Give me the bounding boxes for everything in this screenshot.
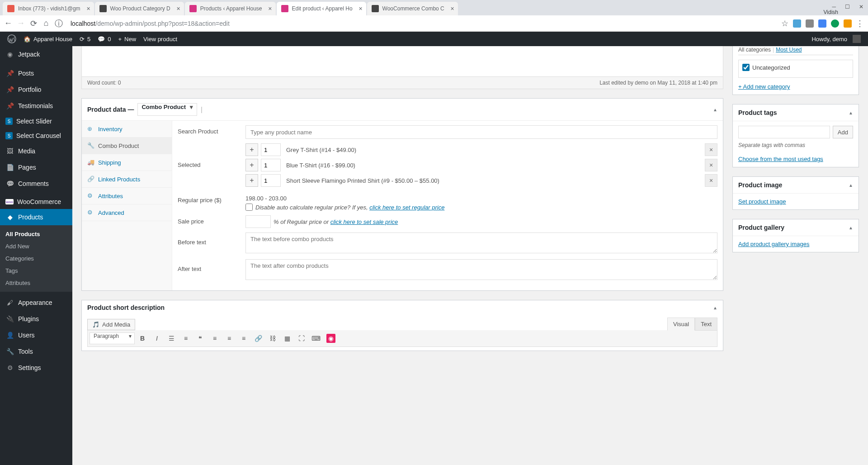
menu-icon[interactable]: ⋮ — [855, 19, 864, 28]
url-input[interactable]: localhost/demo/wp-admin/post.php?post=18… — [67, 20, 777, 27]
toolbar-toggle-button[interactable]: ⌨ — [309, 332, 323, 345]
sidebar-item-tools[interactable]: 🔧Tools — [0, 343, 72, 360]
submenu-add-new[interactable]: Add New — [0, 240, 72, 252]
choose-tags-link[interactable]: Choose from the most used tags — [738, 156, 823, 162]
extension-icon[interactable] — [818, 19, 826, 28]
collapse-icon[interactable]: ▲ — [849, 110, 853, 115]
tab-attributes[interactable]: ⚙Attributes — [82, 188, 172, 204]
wp-logo-icon[interactable] — [4, 32, 20, 46]
new-link[interactable]: +New — [114, 32, 140, 46]
increment-button[interactable]: + — [245, 159, 258, 171]
italic-button[interactable]: I — [150, 332, 164, 345]
before-text-input[interactable] — [245, 232, 717, 253]
sidebar-item-appearance[interactable]: 🖌Appearance — [0, 294, 72, 311]
quote-button[interactable]: ❝ — [193, 332, 207, 345]
sidebar-item-settings[interactable]: ⚙Settings — [0, 360, 72, 376]
quantity-input[interactable] — [261, 174, 281, 187]
tab-combo-product[interactable]: 🔧Combo Product — [82, 138, 172, 154]
set-regular-price-link[interactable]: click here to set regular price — [369, 204, 444, 211]
comments-link[interactable]: 💬0 — [94, 32, 114, 46]
align-right-button[interactable]: ≡ — [237, 332, 250, 345]
sidebar-item-select-slider[interactable]: SSelect Slider — [0, 114, 72, 128]
number-list-button[interactable]: ≡ — [179, 332, 193, 345]
add-gallery-images-link[interactable]: Add product gallery images — [738, 241, 810, 247]
window-minimize-icon[interactable]: ─ — [832, 4, 836, 10]
sidebar-item-pages[interactable]: 📄Pages — [0, 159, 72, 176]
add-media-button[interactable]: 🎵Add Media — [87, 319, 135, 330]
tab-advanced[interactable]: ⚙Advanced — [82, 204, 172, 221]
record-icon[interactable]: ◉ — [326, 334, 335, 343]
tag-input[interactable] — [738, 126, 830, 138]
sale-percent-input[interactable] — [245, 215, 271, 228]
collapse-icon[interactable]: ▲ — [849, 183, 853, 188]
window-close-icon[interactable]: ✕ — [859, 4, 863, 10]
sidebar-item-plugins[interactable]: 🔌Plugins — [0, 311, 72, 327]
sidebar-item-users[interactable]: 👤Users — [0, 327, 72, 343]
format-select[interactable]: Paragraph▾ — [90, 332, 135, 344]
home-icon[interactable]: ⌂ — [42, 19, 51, 28]
collapse-icon[interactable]: ▲ — [849, 225, 853, 230]
increment-button[interactable]: + — [245, 143, 258, 156]
sidebar-item-select-carousel[interactable]: SSelect Carousel — [0, 128, 72, 143]
visual-tab[interactable]: Visual — [667, 318, 695, 331]
disable-auto-checkbox[interactable] — [245, 204, 253, 211]
browser-tab[interactable]: Products ‹ Apparel House× — [185, 2, 276, 15]
bullet-list-button[interactable]: ☰ — [165, 332, 178, 345]
link-button[interactable]: 🔗 — [251, 332, 265, 345]
browser-profile[interactable]: Vidish — [824, 9, 865, 15]
extension-icon[interactable] — [793, 19, 801, 28]
collapse-icon[interactable]: ▲ — [713, 305, 717, 310]
browser-tab[interactable]: WooCommerce Combo C× — [367, 2, 458, 15]
updates-link[interactable]: ⟳5 — [76, 32, 94, 46]
more-button[interactable]: ▦ — [280, 332, 294, 345]
search-product-input[interactable] — [245, 125, 717, 139]
howdy-link[interactable]: Howdy, demo — [808, 32, 864, 46]
sidebar-item-comments[interactable]: 💬Comments — [0, 176, 72, 192]
close-icon[interactable]: × — [268, 5, 272, 12]
tab-shipping[interactable]: 🚚Shipping — [82, 154, 172, 171]
close-icon[interactable]: × — [359, 5, 362, 12]
site-name-link[interactable]: 🏠Apparel House — [20, 32, 76, 46]
sidebar-item-posts[interactable]: 📌Posts — [0, 65, 72, 81]
align-center-button[interactable]: ≡ — [222, 332, 236, 345]
tab-inventory[interactable]: ⊕Inventory — [82, 121, 172, 138]
back-icon[interactable]: ← — [4, 19, 13, 28]
extension-icon[interactable] — [844, 19, 852, 28]
remove-button[interactable]: × — [705, 143, 717, 156]
content-editor[interactable]: Word count: 0 Last edited by demo on May… — [81, 46, 723, 89]
quantity-input[interactable] — [261, 143, 281, 156]
extension-icon[interactable] — [806, 19, 814, 28]
tab-linked-products[interactable]: 🔗Linked Products — [82, 171, 172, 188]
view-product-link[interactable]: View product — [140, 32, 181, 46]
browser-tab[interactable]: Woo Product Category D× — [95, 2, 184, 15]
submenu-tags[interactable]: Tags — [0, 265, 72, 277]
close-icon[interactable]: × — [451, 5, 454, 12]
close-icon[interactable]: × — [86, 5, 90, 12]
bold-button[interactable]: B — [136, 332, 149, 345]
remove-button[interactable]: × — [705, 174, 717, 187]
info-icon[interactable]: ⓘ — [54, 19, 63, 28]
sidebar-item-woocommerce[interactable]: wooWooCommerce — [0, 195, 72, 209]
add-new-category-link[interactable]: + Add new category — [738, 83, 790, 90]
submenu-all-products[interactable]: All Products — [0, 228, 72, 240]
submenu-categories[interactable]: Categories — [0, 252, 72, 265]
reload-icon[interactable]: ⟳ — [29, 19, 38, 28]
window-maximize-icon[interactable]: ☐ — [845, 4, 850, 10]
extension-icon[interactable] — [831, 19, 839, 28]
sidebar-item-portfolio[interactable]: 📌Portfolio — [0, 81, 72, 98]
set-product-image-link[interactable]: Set product image — [738, 198, 786, 205]
most-used-tab[interactable]: Most Used — [776, 47, 802, 53]
unlink-button[interactable]: ⛓ — [266, 332, 279, 345]
submenu-attributes[interactable]: Attributes — [0, 277, 72, 289]
category-uncategorized[interactable]: Uncategorized — [742, 64, 849, 71]
after-text-input[interactable] — [245, 259, 717, 280]
browser-tab[interactable]: Inbox (773) - vidish1@gm× — [3, 2, 94, 15]
add-tag-button[interactable]: Add — [833, 126, 853, 138]
set-sale-price-link[interactable]: click here to set sale price — [330, 218, 398, 225]
browser-tab[interactable]: Edit product ‹ Apparel Ho× — [277, 2, 366, 15]
fullscreen-button[interactable]: ⛶ — [295, 332, 308, 345]
star-icon[interactable]: ☆ — [780, 19, 789, 28]
sidebar-item-media[interactable]: 🖼Media — [0, 143, 72, 159]
sidebar-item-jetpack[interactable]: ◉Jetpack — [0, 46, 72, 62]
all-categories-tab[interactable]: All categories — [738, 47, 771, 53]
